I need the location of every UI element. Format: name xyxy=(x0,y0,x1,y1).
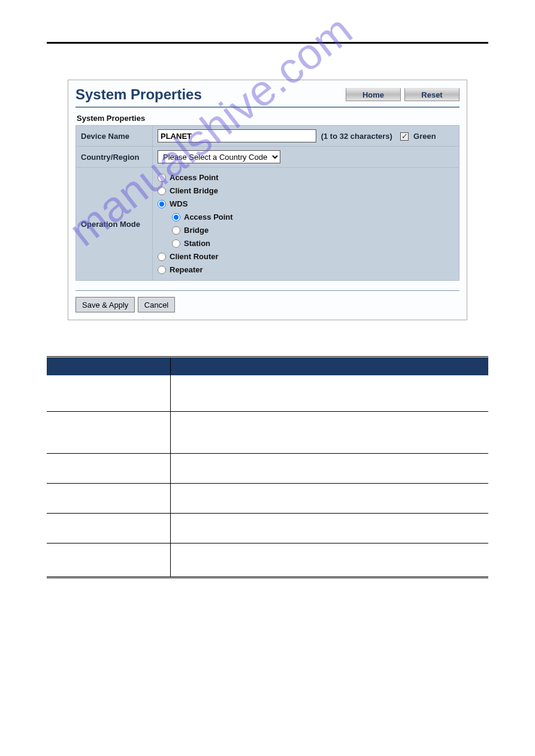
op-mode-client-bridge[interactable]: Client Bridge xyxy=(158,184,454,198)
table-row xyxy=(47,375,488,411)
radio-wds-label: WDS xyxy=(170,198,188,211)
desc-cell-object xyxy=(47,453,170,483)
home-button[interactable]: Home xyxy=(346,88,401,101)
operation-mode-row: Operation Mode Access Point Client Bridg… xyxy=(76,168,460,281)
description-section xyxy=(47,356,488,578)
table-row xyxy=(47,483,488,513)
radio-wds-station[interactable] xyxy=(172,239,180,248)
radio-access-point[interactable] xyxy=(158,174,166,182)
radio-access-point-label: Access Point xyxy=(170,171,219,184)
op-mode-wds-ap[interactable]: Access Point xyxy=(172,211,454,224)
operation-mode-label: Operation Mode xyxy=(76,168,153,281)
radio-wds[interactable] xyxy=(158,200,166,208)
radio-wds-bridge-label: Bridge xyxy=(184,224,208,237)
desc-cell-description xyxy=(170,453,488,483)
reset-button[interactable]: Reset xyxy=(404,88,460,101)
device-name-input[interactable] xyxy=(158,129,316,142)
op-mode-wds-station[interactable]: Station xyxy=(172,237,454,250)
description-header-desc xyxy=(170,357,488,375)
country-row: Country/Region Please Select a Country C… xyxy=(76,147,460,168)
table-row xyxy=(47,513,488,543)
green-checkbox[interactable] xyxy=(400,132,409,141)
country-label: Country/Region xyxy=(76,147,153,168)
device-name-hint: (1 to 32 characters) xyxy=(321,132,392,141)
top-horizontal-rule xyxy=(47,42,488,44)
radio-wds-access-point-label: Access Point xyxy=(184,211,233,224)
table-row xyxy=(47,453,488,483)
green-label: Green xyxy=(413,132,436,141)
country-select[interactable]: Please Select a Country Code xyxy=(158,150,280,163)
panel-divider xyxy=(75,290,460,291)
desc-cell-object xyxy=(47,513,170,543)
desc-cell-object xyxy=(47,483,170,513)
desc-cell-description xyxy=(170,483,488,513)
panel-header: System Properties Home Reset xyxy=(75,86,460,108)
radio-client-bridge-label: Client Bridge xyxy=(170,184,218,198)
op-mode-repeater[interactable]: Repeater xyxy=(158,263,454,277)
device-name-label: Device Name xyxy=(76,126,153,147)
properties-table: Device Name (1 to 32 characters) Green C… xyxy=(75,125,460,281)
save-apply-button[interactable]: Save & Apply xyxy=(75,297,135,312)
radio-wds-access-point[interactable] xyxy=(172,213,180,221)
system-properties-panel: System Properties Home Reset System Prop… xyxy=(68,80,467,320)
table-row xyxy=(47,543,488,576)
desc-cell-object xyxy=(47,543,170,576)
op-mode-wds[interactable]: WDS xyxy=(158,198,454,211)
desc-cell-object xyxy=(47,411,170,453)
op-mode-access-point[interactable]: Access Point xyxy=(158,171,454,184)
description-table xyxy=(47,357,488,576)
desc-cell-object xyxy=(47,375,170,411)
cancel-button[interactable]: Cancel xyxy=(138,297,175,312)
radio-repeater[interactable] xyxy=(158,266,166,274)
description-header-row xyxy=(47,357,488,375)
op-mode-wds-bridge[interactable]: Bridge xyxy=(172,224,454,237)
radio-client-bridge[interactable] xyxy=(158,187,166,195)
desc-cell-description xyxy=(170,543,488,576)
description-header-object xyxy=(47,357,170,375)
desc-cell-description xyxy=(170,375,488,411)
desc-cell-description xyxy=(170,513,488,543)
op-mode-client-router[interactable]: Client Router xyxy=(158,250,454,263)
panel-title: System Properties xyxy=(75,86,342,103)
section-label: System Properties xyxy=(77,114,460,123)
radio-client-router-label: Client Router xyxy=(170,250,219,263)
radio-wds-station-label: Station xyxy=(184,237,210,250)
radio-client-router[interactable] xyxy=(158,253,166,261)
table-row xyxy=(47,411,488,453)
radio-wds-bridge[interactable] xyxy=(172,226,180,235)
device-name-row: Device Name (1 to 32 characters) Green xyxy=(76,126,460,147)
desc-cell-description xyxy=(170,411,488,453)
radio-repeater-label: Repeater xyxy=(170,263,203,277)
